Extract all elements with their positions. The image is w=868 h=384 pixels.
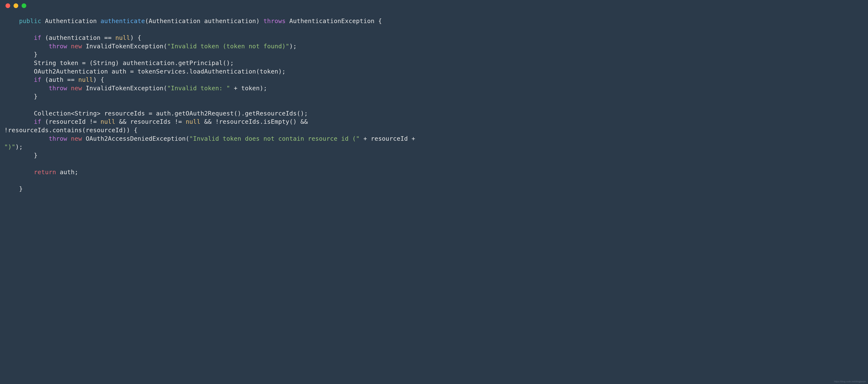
text [67, 42, 71, 50]
text: ) { [130, 34, 141, 41]
string-literal: "Invalid token: " [167, 85, 230, 92]
code-line: } [4, 152, 37, 159]
text: AuthenticationException { [286, 18, 382, 25]
keyword-throw: throw [49, 85, 67, 92]
keyword-new: new [71, 85, 82, 92]
text: InvalidTokenException( [82, 42, 167, 50]
indent [4, 185, 19, 192]
keyword-null: null [115, 34, 130, 41]
keyword-if: if [34, 118, 41, 125]
code-line: if (resourceId != null && resourceIds !=… [4, 118, 311, 125]
code-line: String token = (String) authentication.g… [4, 59, 234, 67]
text: (resourceId != [41, 118, 101, 125]
keyword-null: null [186, 118, 200, 125]
keyword-new: new [71, 135, 82, 142]
text [67, 135, 71, 142]
text: } [19, 185, 23, 192]
code-line: } [4, 51, 37, 58]
keyword-public: public [19, 18, 41, 25]
string-literal: ")" [4, 143, 15, 151]
code-block: public Authentication authenticate(Authe… [0, 11, 868, 200]
editor-window: public Authentication authenticate(Authe… [0, 0, 868, 384]
keyword-return: return [34, 168, 56, 176]
keyword-null: null [100, 118, 115, 125]
text: (auth == [41, 76, 79, 83]
text: ); [15, 143, 23, 151]
text [67, 85, 71, 92]
string-literal: "Invalid token (token not found)" [167, 42, 289, 50]
text: Collection<String> resourceIds = auth.ge… [34, 110, 308, 117]
indent [4, 42, 49, 50]
indent [4, 34, 34, 41]
code-line: OAuth2Authentication auth = tokenService… [4, 68, 286, 75]
code-line: if (auth == null) { [4, 76, 104, 83]
code-line: } [4, 185, 23, 192]
text: OAuth2AccessDeniedException( [82, 135, 189, 142]
text: auth; [56, 168, 79, 176]
text: (Authentication authentication) [145, 18, 264, 25]
indent [4, 118, 34, 125]
text: (authentication == [41, 34, 115, 41]
watermark: https://blog.csdn.net/dingjianjie [834, 380, 866, 383]
fn-name: authenticate [100, 18, 145, 25]
indent [4, 76, 34, 83]
code-line: !resourceIds.contains(resourceId)) { [4, 127, 137, 134]
code-line: throw new InvalidTokenException("Invalid… [4, 85, 267, 92]
indent [4, 168, 34, 176]
indent [4, 93, 34, 100]
text [97, 18, 100, 25]
titlebar [0, 0, 868, 11]
text: ); [289, 42, 297, 50]
text: + resourceId + [360, 135, 419, 142]
keyword-if: if [34, 34, 41, 41]
text: } [34, 93, 37, 100]
text: OAuth2Authentication auth = tokenService… [34, 68, 286, 75]
code-line: ")"); [4, 143, 23, 151]
indent [4, 110, 34, 117]
indent [4, 152, 34, 159]
text: } [34, 51, 37, 58]
string-literal: "Invalid token does not contain resource… [189, 135, 360, 142]
indent [4, 18, 19, 25]
text: ) { [93, 76, 104, 83]
return-type: Authentication [45, 18, 97, 25]
text: } [34, 152, 37, 159]
indent [4, 59, 34, 67]
code-line: if (authentication == null) { [4, 34, 141, 41]
keyword-new: new [71, 42, 82, 50]
code-line: throw new OAuth2AccessDeniedException("I… [4, 135, 419, 142]
text: + token); [230, 85, 267, 92]
text: InvalidTokenException( [82, 85, 167, 92]
text: && resourceIds != [115, 118, 186, 125]
code-line: } [4, 93, 37, 100]
text: String token = (String) authentication.g… [34, 59, 234, 67]
text: !resourceIds.contains(resourceId)) { [4, 127, 137, 134]
keyword-throws: throws [264, 18, 286, 25]
code-line: Collection<String> resourceIds = auth.ge… [4, 110, 308, 117]
indent [4, 68, 34, 75]
text [41, 18, 45, 25]
keyword-if: if [34, 76, 41, 83]
indent [4, 51, 34, 58]
keyword-throw: throw [49, 135, 67, 142]
minimize-icon[interactable] [13, 3, 18, 8]
keyword-null: null [78, 76, 93, 83]
zoom-icon[interactable] [22, 3, 26, 8]
code-line: return auth; [4, 168, 78, 176]
indent [4, 85, 49, 92]
indent [4, 135, 49, 142]
close-icon[interactable] [5, 3, 10, 8]
keyword-throw: throw [49, 42, 67, 50]
code-line: public Authentication authenticate(Authe… [4, 18, 382, 25]
text: && !resourceIds.isEmpty() && [200, 118, 311, 125]
code-line: throw new InvalidTokenException("Invalid… [4, 42, 297, 50]
